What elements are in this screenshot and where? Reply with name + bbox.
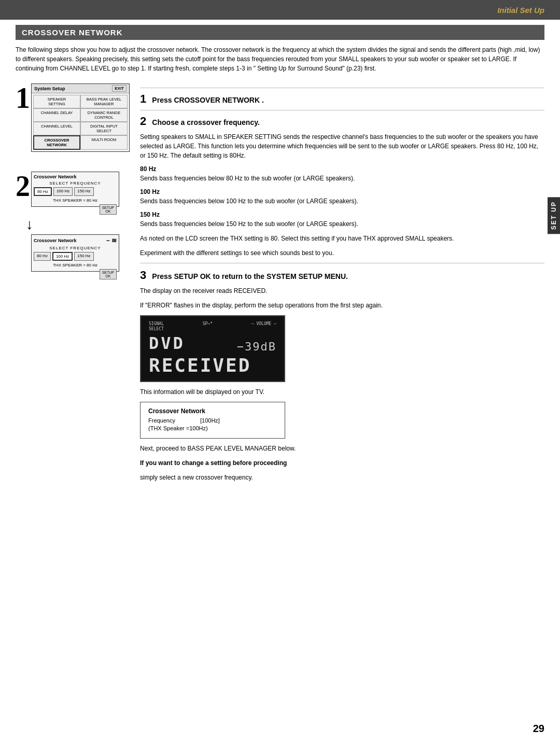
menu-dynamic-range[interactable]: DYNAMIC RANGECONTROL <box>80 108 128 122</box>
crossover-box-2-freq-label: SELECT FREQUENCY <box>34 246 117 250</box>
sub-150hz: 150 Hz <box>140 211 544 218</box>
step3-content: Crossover Network − ≋ SELECT FREQUENCY 8… <box>31 234 130 279</box>
system-setup-header: System Setup EXIT <box>32 84 129 93</box>
divider-1 <box>140 88 544 88</box>
tv-display-row-2: (THX Speaker =100Hz) <box>148 425 277 431</box>
sub-100hz-text: Sends bass frequencies below 100 Hz to t… <box>140 196 544 206</box>
system-setup-box: System Setup EXIT SPEAKERSETTING BASS PE… <box>31 83 130 152</box>
header-title: Initial Set Up <box>497 6 544 15</box>
top-bar: Initial Set Up <box>0 0 560 20</box>
sub-100hz: 100 Hz <box>140 188 544 195</box>
step2-note2: Experiment with the different settings t… <box>140 248 544 258</box>
step2-number: 2 <box>16 172 31 201</box>
tv-display-title: Crossover Network <box>148 407 277 415</box>
right-column: 1 Press CROSSOVER NETWORK . 2 Choose a c… <box>140 83 544 482</box>
intro-text: The following steps show you how to adju… <box>16 45 544 73</box>
menu-crossover-network[interactable]: CROSSOVERNETWORK <box>33 135 80 150</box>
crossover-box-2: Crossover Network − ≋ SELECT FREQUENCY 8… <box>31 234 119 272</box>
step3-num: 3 <box>140 269 149 282</box>
step3-left-container: Crossover Network − ≋ SELECT FREQUENCY 8… <box>16 234 130 279</box>
receiver-volume-value: −39dB <box>237 340 276 353</box>
crossover-box-1-freq-label: SELECT FREQUENCY <box>34 181 117 186</box>
step2-content: Crossover Network SELECT FREQUENCY 80 Hz… <box>31 172 130 215</box>
step2-heading: 2 Choose a crossover frequency. <box>140 115 544 128</box>
freq-btn-80hz-1[interactable]: 80 Hz <box>34 187 52 196</box>
step2-num: 2 <box>140 115 149 128</box>
section-header: CROSSOVER NETWORK <box>16 25 544 40</box>
menu-bass-peak[interactable]: BASS PEAK LEVELMANAGER <box>80 95 128 108</box>
menu-channel-level[interactable]: CHANNEL LEVEL <box>33 122 80 135</box>
receiver-dvd-text: DVD <box>149 333 185 353</box>
side-tab: SET UP <box>548 197 560 234</box>
tv-freq-value: [100Hz] <box>200 417 220 424</box>
step1-num: 1 <box>140 92 149 105</box>
freq-btn-100hz-2[interactable]: 100 Hz <box>52 252 73 261</box>
freq-btn-150hz-2[interactable]: 150 Hz <box>74 252 93 261</box>
receiver-display: SIGNALSELECT SP→* — VOLUME — DVD −39dB R… <box>140 315 285 382</box>
freq-btn-150hz-1[interactable]: 150 Hz <box>74 187 93 196</box>
crossover-thx-1: THX SPEAKER = 80 Hz <box>34 198 117 203</box>
receiver-volume-label: — VOLUME — <box>251 321 276 331</box>
step3-body1: The display on the receiver reads RECEIV… <box>140 286 544 296</box>
receiver-top-row: SIGNALSELECT SP→* — VOLUME — <box>149 321 276 331</box>
crossover-box-1-buttons: 80 Hz 100 Hz 150 Hz <box>34 187 117 196</box>
left-column: 1 System Setup EXIT SPEAKERSETTING BASS … <box>16 83 130 482</box>
step1-number: 1 <box>16 83 31 113</box>
step3-heading: 3 Press SETUP OK to return to the SYSTEM… <box>140 269 544 282</box>
sub-150hz-text: Sends bass frequencies below 150 Hz to t… <box>140 219 544 229</box>
bottom-note-1: Next, proceed to BASS PEAK LEVEL MANAGER… <box>140 444 544 453</box>
sub-80hz: 80 Hz <box>140 165 544 173</box>
arrow-down: ↓ <box>26 217 130 232</box>
receiver-signal-label: SIGNALSELECT <box>149 321 164 331</box>
tv-thx-label: (THX Speaker =100Hz) <box>148 425 208 431</box>
step2-container: 2 Crossover Network SELECT FREQUENCY 80 … <box>16 172 130 215</box>
setup-ok-button-1[interactable]: SETUPOK <box>100 204 117 215</box>
wifi-signal-icon: − ≋ <box>106 237 117 244</box>
step1-container: 1 System Setup EXIT SPEAKERSETTING BASS … <box>16 83 130 156</box>
main-content: CROSSOVER NETWORK The following steps sh… <box>0 20 560 493</box>
tv-display-row-1: Frequency [100Hz] <box>148 417 277 424</box>
setup-ok-button-2[interactable]: SETUPOK <box>100 269 117 279</box>
bottom-note-2: simply select a new crossover frequency. <box>140 473 544 482</box>
exit-button[interactable]: EXIT <box>112 85 127 92</box>
menu-multi-room[interactable]: MULTI ROOM <box>80 135 128 150</box>
page-number: 29 <box>533 723 544 735</box>
step1-content: System Setup EXIT SPEAKERSETTING BASS PE… <box>31 83 130 156</box>
freq-btn-100hz-1[interactable]: 100 Hz <box>53 187 73 196</box>
step2-body: Setting speakers to SMALL in SPEAKER SET… <box>140 132 544 160</box>
tv-freq-label: Frequency <box>148 417 190 424</box>
crossover-thx-2: THX SPEAKER = 80 Hz <box>34 263 117 268</box>
menu-digital-input[interactable]: DIGITAL INPUTSELECT <box>80 122 128 135</box>
system-setup-grid: SPEAKERSETTING BASS PEAK LEVELMANAGER CH… <box>32 93 129 151</box>
step3-body2: If "ERROR" flashes in the display, perfo… <box>140 301 544 310</box>
menu-speaker-setting[interactable]: SPEAKERSETTING <box>33 95 80 108</box>
crossover-box-1-title: Crossover Network <box>34 174 117 179</box>
freq-btn-80hz-2[interactable]: 80 Hz <box>34 252 51 261</box>
crossover-box-2-buttons: 80 Hz 100 Hz 150 Hz <box>34 252 117 261</box>
two-col-layout: 1 System Setup EXIT SPEAKERSETTING BASS … <box>16 83 544 482</box>
sub-80hz-text: Sends bass frequencies below 80 Hz to th… <box>140 174 544 183</box>
receiver-received-text: RECEIVED <box>149 355 276 376</box>
receiver-main-display: DVD −39dB <box>149 333 276 353</box>
tv-note: This information will be displayed on yo… <box>140 387 544 397</box>
menu-channel-delay[interactable]: CHANNEL DELAY <box>33 108 80 122</box>
tv-display-box: Crossover Network Frequency [100Hz] (THX… <box>140 402 285 439</box>
bottom-bold-note: If you want to change a setting before p… <box>140 458 544 468</box>
receiver-format-label: SP→* <box>203 321 213 331</box>
step2-note1: As noted on the LCD screen the THX setti… <box>140 234 544 243</box>
crossover-box-2-header: Crossover Network − ≋ <box>34 237 117 244</box>
crossover-box-1: Crossover Network SELECT FREQUENCY 80 Hz… <box>31 172 119 207</box>
divider-3 <box>140 263 544 263</box>
step1-heading: 1 Press CROSSOVER NETWORK . <box>140 92 544 106</box>
divider-2 <box>140 110 544 110</box>
